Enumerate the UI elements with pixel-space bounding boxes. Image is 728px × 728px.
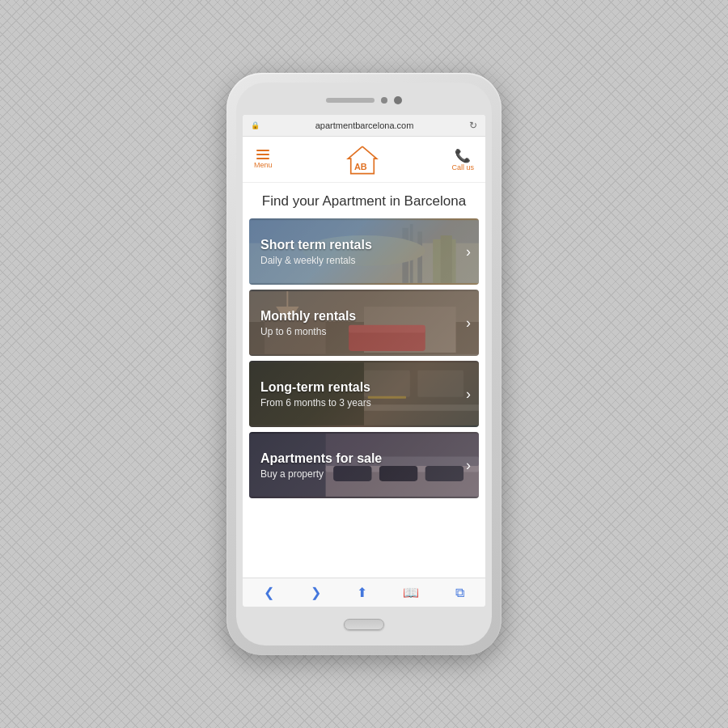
card-content: Long-term rentals From 6 months to 3 yea… (249, 361, 479, 427)
content-area: Short term rentals Daily & weekly rental… (243, 218, 485, 578)
phone-ear (394, 96, 402, 104)
phone-device: 🔒 apartmentbarcelona.com ↻ Menu (226, 73, 502, 655)
menu-button[interactable]: Menu (254, 150, 273, 169)
call-label: Call us (451, 163, 474, 171)
refresh-icon[interactable]: ↻ (469, 120, 477, 131)
home-button[interactable] (344, 619, 384, 630)
card-arrow-icon: › (466, 457, 471, 474)
url-text[interactable]: apartmentbarcelona.com (265, 121, 464, 130)
lock-icon: 🔒 (251, 121, 260, 129)
share-button[interactable]: ⬆ (352, 583, 372, 602)
tabs-button[interactable]: ⧉ (451, 584, 469, 602)
card-title: Monthly rentals (260, 309, 453, 324)
page-title: Find your Apartment in Barcelona (243, 183, 485, 218)
phone-inner: 🔒 apartmentbarcelona.com ↻ Menu (236, 83, 492, 645)
call-button[interactable]: 📞 Call us (451, 148, 474, 171)
phone-icon: 📞 (455, 148, 471, 163)
long-term-card[interactable]: Long-term rentals From 6 months to 3 yea… (249, 361, 479, 427)
card-title: Short term rentals (260, 238, 453, 252)
bookmarks-button[interactable]: 📖 (398, 583, 424, 602)
browser-bottom-bar: ❮ ❯ ⬆ 📖 ⧉ (243, 578, 485, 607)
phone-screen: 🔒 apartmentbarcelona.com ↻ Menu (243, 115, 485, 607)
back-button[interactable]: ❮ (259, 583, 279, 602)
phone-camera (381, 97, 387, 104)
short-term-card[interactable]: Short term rentals Daily & weekly rental… (249, 218, 479, 285)
card-subtitle: Up to 6 months (260, 326, 453, 337)
card-title: Long-term rentals (260, 380, 453, 395)
card-subtitle: From 6 months to 3 years (260, 397, 453, 408)
card-title: Apartments for sale (260, 451, 453, 466)
card-subtitle: Buy a property (260, 468, 453, 480)
card-content: Short term rentals Daily & weekly rental… (249, 218, 479, 285)
address-bar: 🔒 apartmentbarcelona.com ↻ (243, 115, 485, 137)
menu-label: Menu (254, 161, 273, 169)
phone-top-bar (243, 89, 485, 112)
phone-speaker (326, 98, 375, 103)
forward-button[interactable]: ❯ (306, 583, 326, 602)
logo-icon: AB (345, 143, 379, 176)
card-arrow-icon: › (466, 243, 471, 260)
logo[interactable]: AB (345, 143, 379, 176)
card-content: Monthly rentals Up to 6 months (249, 290, 479, 356)
card-arrow-icon: › (466, 315, 471, 332)
for-sale-card[interactable]: Apartments for sale Buy a property › (249, 432, 479, 498)
phone-bottom (243, 610, 485, 639)
hamburger-icon (256, 150, 269, 159)
logo-text: AB (353, 162, 366, 171)
card-subtitle: Daily & weekly rentals (260, 255, 453, 266)
monthly-card[interactable]: Monthly rentals Up to 6 months › (249, 290, 479, 356)
card-arrow-icon: › (466, 386, 471, 403)
card-content: Apartments for sale Buy a property (249, 432, 479, 498)
app-header: Menu AB 📞 Call us (243, 137, 485, 183)
